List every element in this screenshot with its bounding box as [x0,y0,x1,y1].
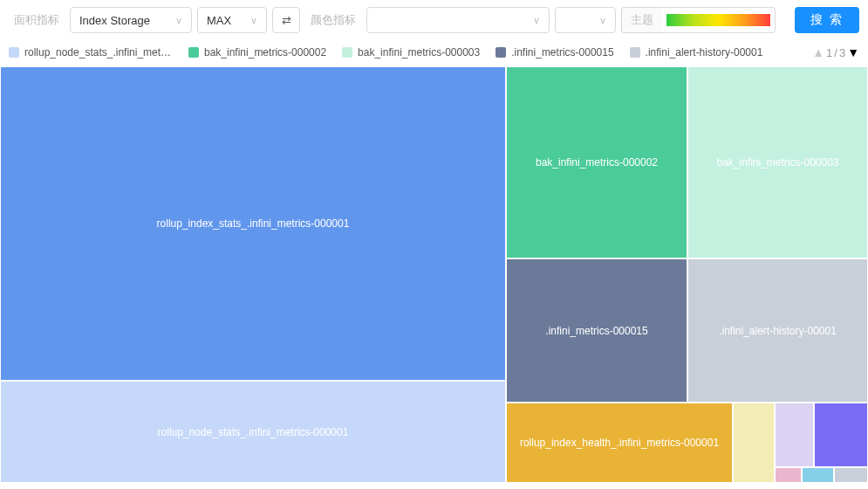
treemap-tile[interactable]: rollup_index_stats_.infini_metrics-00000… [0,66,506,381]
legend-item[interactable]: .infini_alert-history-00001 [630,46,763,59]
area-agg-value: MAX [207,14,231,27]
legend-pager: ▲ 1/3 ▼ [812,45,859,59]
chevron-down-icon: ∨ [599,15,606,26]
chevron-down-icon: ∨ [533,15,540,26]
legend-item[interactable]: bak_infini_metrics-000003 [342,46,480,59]
treemap-tile[interactable] [834,467,868,483]
tile-label: rollup_index_health_.infini_metrics-0000… [520,437,719,449]
treemap-tile[interactable] [733,403,775,483]
legend-swatch [9,47,19,58]
area-metric-label: 面积指标 [9,12,65,28]
theme-label: 主题 [621,7,662,33]
swap-icon: ⇄ [282,14,291,27]
tile-label: rollup_index_stats_.infini_metrics-00000… [157,217,350,230]
area-agg-select[interactable]: MAX ∨ [197,7,267,33]
pager-prev-icon[interactable]: ▲ [812,45,824,59]
treemap-tile[interactable]: bak_infini_metrics-000002 [506,66,687,258]
treemap-tile[interactable]: .infini_alert-history-00001 [687,258,868,403]
toolbar: 面积指标 Index Storage ∨ MAX ∨ ⇄ 颜色指标 ∨ ∨ 主题… [0,0,868,40]
tile-label: bak_infini_metrics-000003 [716,156,838,169]
legend-swatch [630,47,640,58]
treemap-tile[interactable] [802,467,834,483]
tile-label: .infini_metrics-000015 [545,325,647,337]
legend-row: rollup_node_stats_.infini_metric...bak_i… [0,40,868,66]
legend-label: rollup_node_stats_.infini_metric... [24,46,173,59]
pager-next-icon[interactable]: ▼ [847,45,859,59]
color-metric-select[interactable]: ∨ [366,7,550,33]
search-button[interactable]: 搜 索 [795,7,859,33]
legend-swatch [342,47,352,58]
treemap-tile[interactable]: .infini_metrics-000015 [506,258,687,403]
chevron-down-icon: ∨ [250,15,257,26]
swap-button[interactable]: ⇄ [272,7,300,33]
legend-item[interactable]: rollup_node_stats_.infini_metric... [9,46,173,59]
theme-control: 主题 [621,7,776,33]
treemap-tile[interactable] [775,467,802,483]
legend-swatch [496,47,506,58]
color-metric-label: 颜色指标 [305,12,361,28]
pager-total: 3 [839,46,845,59]
legend-swatch [188,47,199,58]
treemap-tile[interactable]: rollup_index_health_.infini_metrics-0000… [506,403,733,483]
legend-item[interactable]: bak_infini_metrics-000002 [188,46,326,59]
area-metric-value: Index Storage [79,14,150,27]
chevron-down-icon: ∨ [175,15,182,26]
color-agg-select[interactable]: ∨ [555,7,616,33]
treemap-tile[interactable] [775,403,814,467]
legend-item[interactable]: .infini_metrics-000015 [496,46,613,59]
legend-label: bak_infini_metrics-000003 [358,46,480,59]
treemap-tile[interactable] [814,403,868,467]
theme-gradient-select[interactable] [662,7,776,33]
gradient-bar [666,14,770,26]
legend-label: .infini_alert-history-00001 [646,46,763,59]
tile-label: rollup_node_stats_.infini_metrics-000001 [158,426,349,438]
treemap-tile[interactable]: bak_infini_metrics-000003 [687,66,868,258]
treemap-tile[interactable]: rollup_node_stats_.infini_metrics-000001 [0,381,506,483]
treemap-chart: rollup_index_stats_.infini_metrics-00000… [0,66,868,483]
pager-page: 1 [826,46,832,59]
tile-label: bak_infini_metrics-000002 [536,156,658,169]
legend-label: bak_infini_metrics-000002 [204,46,326,59]
tile-label: .infini_alert-history-00001 [719,325,837,337]
legend-label: .infini_metrics-000015 [511,46,613,59]
area-metric-select[interactable]: Index Storage ∨ [70,7,192,33]
